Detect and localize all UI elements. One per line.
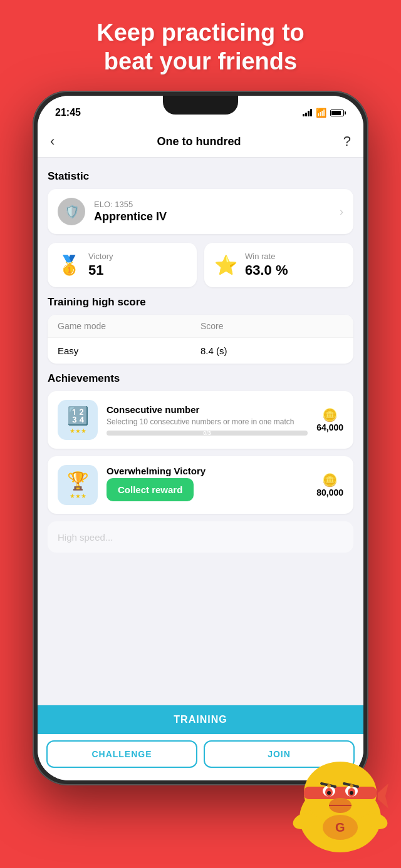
victory-label: Victory bbox=[88, 252, 113, 261]
training-button[interactable]: TRAINING bbox=[38, 705, 363, 734]
training-section-label: Training high score bbox=[48, 296, 353, 309]
winrate-label: Win rate bbox=[245, 252, 288, 261]
achievement-title-0: Consecutive number bbox=[107, 404, 308, 415]
help-button[interactable]: ? bbox=[343, 133, 351, 150]
progress-label-0: 0/3 bbox=[203, 430, 211, 436]
high-speed-preview: High speed... bbox=[48, 521, 353, 553]
phone-frame: 21:45 📶 bbox=[33, 91, 368, 785]
content-area: Statistic 🛡️ ELO: 1355 Apprentice IV › 🥇… bbox=[38, 158, 363, 777]
achievement-reward-0: 🪙 64,000 bbox=[316, 407, 343, 432]
statistic-section-label: Statistic bbox=[48, 170, 353, 183]
svg-point-8 bbox=[350, 791, 353, 795]
wifi-icon: 📶 bbox=[316, 108, 326, 118]
achievement-icon-0: 🔢 ★★★ bbox=[58, 400, 98, 440]
achievement-body-0: Consecutive number Selecting 10 consecut… bbox=[107, 404, 308, 436]
victory-value: 51 bbox=[88, 262, 113, 278]
achievement-emoji-1: 🏆 bbox=[67, 471, 89, 491]
mascot: G bbox=[285, 746, 395, 855]
svg-rect-2 bbox=[304, 787, 377, 799]
reward-amount-0: 64,000 bbox=[316, 422, 343, 432]
victory-info: Victory 51 bbox=[88, 252, 113, 278]
notch bbox=[163, 96, 238, 115]
reward-amount-1: 80,000 bbox=[316, 488, 343, 498]
elo-badge: 🛡️ bbox=[58, 198, 85, 225]
winrate-info: Win rate 63.0 % bbox=[245, 252, 288, 278]
table-cell-mode: Easy bbox=[58, 345, 200, 356]
achievement-stars-1: ★★★ bbox=[70, 493, 86, 499]
achievements-section-label: Achievements bbox=[48, 372, 353, 385]
elo-arrow-icon: › bbox=[340, 205, 343, 218]
collect-reward-button[interactable]: Collect reward bbox=[107, 478, 194, 501]
winrate-value: 63.0 % bbox=[245, 262, 288, 278]
elo-number: ELO: 1355 bbox=[94, 200, 340, 209]
reward-coin-0: 🪙 bbox=[316, 407, 343, 422]
victory-card: 🥇 Victory 51 bbox=[48, 243, 197, 287]
reward-coin-1: 🪙 bbox=[316, 472, 343, 488]
table-header: Game mode Score bbox=[48, 315, 353, 338]
status-icons: 📶 bbox=[303, 108, 346, 118]
victory-icon: 🥇 bbox=[58, 254, 81, 276]
phone-screen: 21:45 📶 bbox=[38, 96, 363, 780]
achievement-item-1: 🏆 ★★★ Overwhelming Victory Collect rewar… bbox=[48, 456, 353, 514]
elo-card[interactable]: 🛡️ ELO: 1355 Apprentice IV › bbox=[48, 189, 353, 234]
achievement-emoji-0: 🔢 bbox=[67, 406, 89, 426]
svg-point-17 bbox=[327, 784, 331, 788]
stats-row: 🥇 Victory 51 ⭐ Win rate 63.0 % bbox=[48, 243, 353, 287]
col-score-header: Score bbox=[200, 321, 343, 331]
signal-icon bbox=[303, 109, 312, 116]
winrate-card: ⭐ Win rate 63.0 % bbox=[204, 243, 353, 287]
achievement-icon-1: 🏆 ★★★ bbox=[58, 465, 98, 505]
training-score-card: Game mode Score Easy 8.4 (s) bbox=[48, 315, 353, 364]
achievement-stars-0: ★★★ bbox=[70, 427, 86, 434]
achievement-body-1: Overwhelming Victory Collect reward bbox=[107, 466, 308, 505]
table-row: Easy 8.4 (s) bbox=[48, 338, 353, 364]
achievement-desc-0: Selecting 10 consecutive numbers or more… bbox=[107, 417, 308, 427]
achievement-reward-1: 🪙 80,000 bbox=[316, 472, 343, 498]
elo-info: ELO: 1355 Apprentice IV bbox=[94, 200, 340, 223]
page-title: One to hundred bbox=[157, 135, 241, 148]
svg-point-7 bbox=[327, 791, 331, 795]
banner: Keep practicing to beat your friends bbox=[0, 0, 401, 88]
progress-bar-wrap-0: 0/3 bbox=[107, 431, 308, 436]
nav-bar: ‹ One to hundred ? bbox=[38, 126, 363, 158]
status-time: 21:45 bbox=[55, 107, 81, 118]
back-button[interactable]: ‹ bbox=[50, 133, 55, 150]
elo-rank: Apprentice IV bbox=[94, 210, 340, 223]
winrate-icon: ⭐ bbox=[214, 254, 237, 276]
table-cell-score: 8.4 (s) bbox=[200, 345, 343, 356]
col-mode-header: Game mode bbox=[58, 321, 200, 331]
battery-icon bbox=[330, 110, 346, 116]
achievement-item-0: 🔢 ★★★ Consecutive number Selecting 10 co… bbox=[48, 391, 353, 449]
achievement-title-1: Overwhelming Victory bbox=[107, 466, 308, 476]
challenge-button[interactable]: CHALLENGE bbox=[46, 740, 197, 768]
svg-text:G: G bbox=[335, 820, 345, 834]
svg-point-18 bbox=[350, 784, 353, 788]
